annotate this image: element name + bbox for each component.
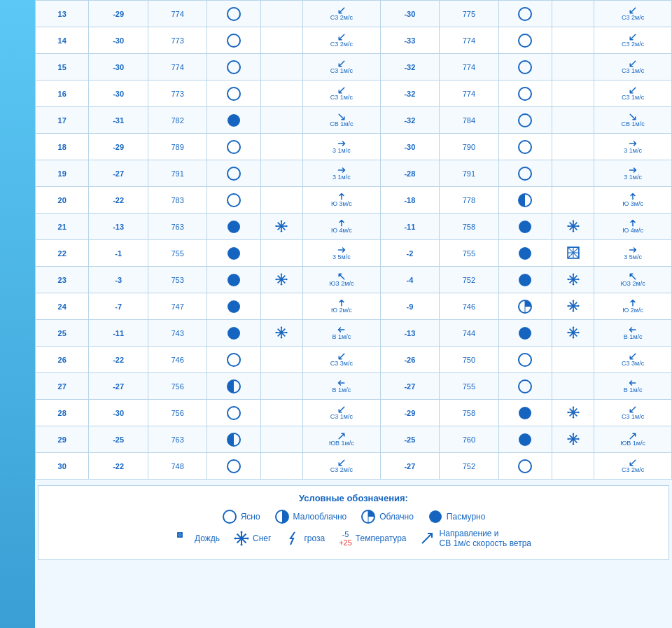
svg-point-78 bbox=[286, 331, 288, 333]
svg-point-55 bbox=[572, 273, 573, 274]
svg-point-85 bbox=[572, 337, 573, 338]
legend-overcast-label: Пасмурно bbox=[447, 512, 486, 522]
table-row: 26-22746С3 3м/с-26750С3 3м/с bbox=[36, 347, 672, 373]
svg-point-92 bbox=[227, 407, 240, 419]
legend-title: Условные обозначения: bbox=[46, 493, 662, 503]
svg-point-25 bbox=[519, 221, 531, 233]
legend-row-2: Дождь Снег bbox=[46, 529, 662, 548]
svg-point-22 bbox=[281, 230, 282, 232]
svg-point-35 bbox=[519, 247, 531, 260]
svg-point-13 bbox=[519, 167, 531, 180]
svg-point-1 bbox=[519, 8, 531, 20]
svg-point-98 bbox=[572, 406, 573, 407]
svg-point-48 bbox=[276, 278, 277, 279]
legend-rain: Дождь bbox=[176, 531, 220, 546]
svg-point-87 bbox=[578, 331, 579, 333]
svg-point-32 bbox=[567, 225, 568, 226]
svg-point-59 bbox=[227, 300, 240, 313]
legend-snow-label: Снег bbox=[253, 533, 271, 543]
legend-clear-label: Ясно bbox=[241, 512, 260, 522]
svg-point-129 bbox=[241, 531, 243, 533]
svg-point-41 bbox=[227, 274, 240, 286]
svg-point-110 bbox=[567, 438, 568, 439]
svg-point-5 bbox=[519, 61, 531, 74]
left-sidebar bbox=[0, 0, 35, 628]
table-row: 27-27756В 1м/с-27755В 1м/с bbox=[36, 373, 672, 400]
svg-point-11 bbox=[519, 141, 531, 153]
table-row: 15-30774С3 1м/с-32774С3 1м/с bbox=[36, 54, 672, 81]
table-row: 22-17553 5м/с-27553 5м/с bbox=[36, 240, 672, 267]
svg-point-30 bbox=[572, 220, 573, 221]
svg-point-3 bbox=[519, 34, 531, 47]
svg-point-77 bbox=[276, 331, 277, 333]
svg-point-2 bbox=[227, 34, 240, 47]
svg-point-118 bbox=[429, 510, 442, 523]
svg-line-133 bbox=[422, 533, 432, 543]
svg-point-7 bbox=[519, 88, 531, 100]
svg-point-108 bbox=[572, 433, 573, 434]
svg-point-0 bbox=[227, 8, 240, 20]
table-row: 30-22748С3 2м/с-27752С3 2м/с bbox=[36, 453, 672, 480]
svg-point-84 bbox=[572, 326, 573, 328]
svg-point-88 bbox=[227, 354, 240, 366]
table-row: 13-29774С3 2м/с-30775С3 2м/с bbox=[36, 1, 672, 27]
svg-point-56 bbox=[572, 284, 573, 285]
svg-point-89 bbox=[519, 354, 531, 366]
svg-point-103 bbox=[519, 433, 531, 446]
svg-point-93 bbox=[519, 407, 531, 419]
svg-point-50 bbox=[519, 274, 531, 286]
legend-temp-neg: -5 bbox=[342, 530, 349, 538]
svg-point-131 bbox=[234, 538, 237, 540]
svg-point-8 bbox=[227, 114, 240, 127]
svg-point-100 bbox=[567, 411, 568, 412]
legend-wind-label: Направление иСВ 1м/с скорость ветра bbox=[440, 529, 531, 548]
svg-point-66 bbox=[572, 300, 573, 301]
svg-point-112 bbox=[227, 460, 240, 473]
svg-point-58 bbox=[578, 278, 579, 279]
svg-point-24 bbox=[286, 225, 288, 226]
svg-point-12 bbox=[227, 167, 240, 180]
legend-row-1: Ясно Малооблачно Облачно bbox=[46, 509, 662, 524]
svg-point-31 bbox=[572, 230, 573, 232]
table-row: 20-22783Ю 3м/с-18778Ю 3м/с bbox=[36, 187, 672, 214]
svg-point-79 bbox=[519, 327, 531, 340]
legend-wind: Направление иСВ 1м/с скорость ветра bbox=[421, 529, 531, 548]
svg-point-6 bbox=[227, 88, 240, 100]
svg-point-21 bbox=[281, 220, 282, 221]
table-row: 29-25763ЮВ 1м/с-25760ЮВ 1м/с bbox=[36, 426, 672, 453]
table-row: 16-30773С3 1м/с-32774С3 1м/с bbox=[36, 81, 672, 107]
svg-point-91 bbox=[519, 380, 531, 393]
svg-point-49 bbox=[286, 278, 288, 279]
legend-thunder-label: гроза bbox=[304, 533, 325, 543]
svg-point-76 bbox=[281, 337, 282, 338]
legend-clear: Ясно bbox=[222, 509, 260, 524]
svg-point-101 bbox=[578, 411, 579, 412]
table-row: 18-297893 1м/с-307903 1м/с bbox=[36, 134, 672, 160]
legend-cloudy-label: Облачно bbox=[379, 512, 414, 522]
svg-point-10 bbox=[227, 141, 240, 153]
svg-point-86 bbox=[567, 331, 568, 333]
table-row: 21-13763Ю 4м/с-11758Ю 4м/с bbox=[36, 214, 672, 240]
table-row: 23-3753ЮЗ 2м/с-4752ЮЗ 2м/с bbox=[36, 267, 672, 293]
table-row: 28-30756С3 1м/с-29758С3 1м/с bbox=[36, 400, 672, 426]
svg-point-14 bbox=[227, 194, 240, 207]
svg-point-16 bbox=[227, 221, 240, 233]
svg-point-46 bbox=[281, 273, 282, 274]
svg-point-4 bbox=[227, 61, 240, 74]
svg-point-130 bbox=[241, 544, 243, 546]
svg-point-68 bbox=[567, 305, 568, 306]
table-row: 24-7747Ю 2м/с-9746Ю 2м/с bbox=[36, 293, 672, 320]
legend-snow: Снег bbox=[234, 531, 271, 546]
table-row: 19-277913 1м/с-287913 1м/с bbox=[36, 160, 672, 187]
table-row: 14-30773С3 2м/с-33774С3 2м/с bbox=[36, 27, 672, 54]
svg-point-75 bbox=[281, 326, 282, 328]
legend-overcast: Пасмурно bbox=[428, 509, 486, 524]
legend-temp-label: Температура bbox=[356, 533, 407, 543]
legend-rain-label: Дождь bbox=[195, 533, 220, 543]
svg-point-113 bbox=[519, 460, 531, 473]
page-wrapper: 13-29774С3 2м/с-30775С3 2м/с14-30773С3 2… bbox=[0, 0, 672, 628]
svg-point-70 bbox=[227, 327, 240, 340]
svg-point-57 bbox=[567, 278, 568, 279]
svg-point-114 bbox=[223, 510, 236, 523]
legend-temp-pos: +25 bbox=[339, 538, 352, 547]
